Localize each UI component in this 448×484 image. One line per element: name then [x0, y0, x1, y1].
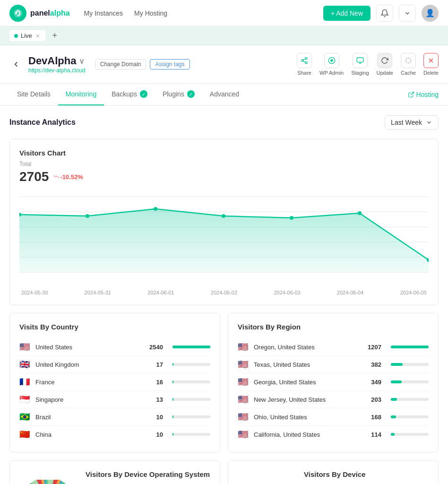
- country-bar-fill: [172, 346, 210, 348]
- avatar[interactable]: 👤: [422, 5, 439, 22]
- country-value: 10: [144, 414, 163, 421]
- tab-monitoring[interactable]: Monitoring: [58, 84, 104, 105]
- region-row: 🇺🇸 Texas, United States 382: [238, 356, 429, 373]
- live-tab[interactable]: Live: [9, 30, 45, 41]
- visitors-by-os-card: Visitors By Device Operating System Unkn…: [9, 460, 220, 484]
- wp-admin-button[interactable]: WP Admin: [319, 53, 344, 76]
- device-title: Visitors By Device: [304, 470, 429, 478]
- delete-button[interactable]: Delete: [423, 53, 439, 76]
- x-label-1: 2024-05-31: [85, 290, 111, 295]
- add-new-button[interactable]: + Add New: [323, 6, 370, 21]
- visitors-by-region-title: Visitors By Region: [238, 323, 429, 331]
- chart-total-label: Total: [19, 161, 429, 167]
- tab-plugins[interactable]: Plugins ✓: [155, 84, 202, 105]
- country-region-grid: Visits By Country 🇺🇸 United States 2540 …: [9, 313, 439, 453]
- region-bar-fill: [391, 346, 429, 348]
- visits-by-country-title: Visits By Country: [19, 323, 210, 331]
- site-header-left: DevAlpha ∨ https://dev-alpha.cloud Chang…: [9, 55, 190, 74]
- tab-bar: Live +: [0, 26, 448, 45]
- country-row: 🇸🇬 Singapore 13: [19, 391, 210, 408]
- region-bar-container: [391, 363, 429, 366]
- device-grid: Visitors By Device Operating System Unkn…: [9, 460, 439, 484]
- region-bar-fill: [391, 363, 403, 366]
- nav-actions: + Add New 👤: [323, 5, 439, 22]
- visitors-chart-title: Visitors Chart: [19, 149, 429, 157]
- flag-icon: 🇧🇷: [19, 412, 31, 422]
- add-tab-button[interactable]: +: [49, 30, 60, 42]
- country-bar-fill: [172, 415, 173, 418]
- country-bar-container: [172, 415, 210, 418]
- region-row: 🇺🇸 Georgia, United States 349: [238, 373, 429, 391]
- os-pie-chart: [19, 470, 76, 484]
- visitors-by-device-card: Visitors By Device Unknown 2421 Desktop …: [228, 460, 439, 484]
- staging-button[interactable]: Staging: [351, 53, 369, 76]
- device-legend: Visitors By Device Unknown 2421 Desktop …: [304, 470, 429, 484]
- region-rows: 🇺🇸 Oregon, United States 1207 🇺🇸 Texas, …: [238, 338, 429, 443]
- trend-badge: -10.52%: [53, 173, 83, 181]
- country-row: 🇺🇸 United States 2540: [19, 338, 210, 356]
- nav-my-hosting[interactable]: My Hosting: [134, 8, 167, 19]
- svg-point-28: [290, 216, 293, 220]
- dropdown-button[interactable]: [399, 5, 416, 22]
- region-bar-fill: [391, 380, 402, 383]
- hosting-link[interactable]: Hosting: [408, 91, 439, 98]
- region-value: 349: [362, 379, 381, 386]
- cache-button[interactable]: Cache: [401, 53, 416, 76]
- nav-my-instances[interactable]: My Instances: [84, 8, 123, 19]
- tab-advanced[interactable]: Advanced: [202, 84, 247, 105]
- plugins-check-badge: ✓: [187, 90, 195, 98]
- flag-icon: 🇺🇸: [238, 377, 249, 387]
- visits-by-country-card: Visits By Country 🇺🇸 United States 2540 …: [9, 313, 220, 453]
- flag-icon: 🇨🇳: [19, 429, 31, 440]
- svg-point-27: [222, 214, 225, 218]
- update-button[interactable]: Update: [377, 53, 393, 76]
- date-filter-select[interactable]: Last Week: [385, 115, 439, 130]
- country-row: 🇧🇷 Brazil 10: [19, 408, 210, 426]
- flag-icon: 🇬🇧: [19, 359, 31, 370]
- tab-backups[interactable]: Backups ✓: [104, 84, 155, 105]
- svg-point-10: [330, 59, 333, 61]
- back-button[interactable]: [9, 58, 23, 71]
- svg-line-8: [303, 59, 306, 60]
- flag-icon: 🇺🇸: [19, 342, 31, 352]
- region-name: California, United States: [254, 431, 358, 438]
- svg-point-6: [305, 62, 307, 64]
- country-bar-fill: [172, 398, 173, 401]
- country-value: 2540: [144, 344, 163, 351]
- chart-total-value: 2705 -10.52%: [19, 169, 429, 184]
- title-chevron-icon: ∨: [79, 57, 85, 66]
- region-row: 🇺🇸 New Jersey, United States 203: [238, 391, 429, 408]
- cache-icon: [401, 53, 416, 68]
- site-url[interactable]: https://dev-alpha.cloud: [28, 67, 86, 74]
- country-bar-fill: [172, 363, 173, 366]
- analytics-section: Instance Analytics Last Week Visitors Ch…: [0, 106, 448, 484]
- flag-icon: 🇺🇸: [238, 429, 249, 440]
- country-value: 17: [144, 361, 163, 368]
- tab-site-details[interactable]: Site Details: [9, 84, 58, 105]
- region-row: 🇺🇸 Ohio, United States 168: [238, 408, 429, 426]
- device-pie-chart: [238, 470, 294, 484]
- change-domain-button[interactable]: Change Domain: [95, 59, 146, 69]
- flag-icon: 🇫🇷: [19, 377, 31, 387]
- flag-icon: 🇸🇬: [19, 394, 31, 405]
- svg-point-5: [302, 60, 303, 61]
- region-value: 114: [362, 431, 381, 438]
- site-header: DevAlpha ∨ https://dev-alpha.cloud Chang…: [0, 45, 448, 84]
- region-name: Ohio, United States: [254, 414, 358, 421]
- region-name: Oregon, United States: [254, 344, 358, 351]
- country-value: 16: [144, 379, 163, 386]
- country-rows: 🇺🇸 United States 2540 🇬🇧 United Kingdom …: [19, 338, 210, 443]
- country-name: Singapore: [35, 396, 139, 403]
- share-button[interactable]: Share: [297, 53, 312, 76]
- country-bar-container: [172, 398, 210, 401]
- flag-icon: 🇺🇸: [238, 394, 249, 405]
- staging-icon: [353, 53, 368, 68]
- notifications-button[interactable]: [376, 5, 393, 22]
- region-bar-container: [391, 415, 429, 418]
- site-title[interactable]: DevAlpha ∨: [28, 55, 86, 67]
- svg-point-0: [14, 9, 22, 17]
- x-label-6: 2024-06-05: [400, 290, 427, 295]
- os-title: Visitors By Device Operating System: [86, 470, 210, 478]
- country-bar-fill: [172, 433, 173, 436]
- assign-tags-button[interactable]: Assign tags: [150, 59, 190, 69]
